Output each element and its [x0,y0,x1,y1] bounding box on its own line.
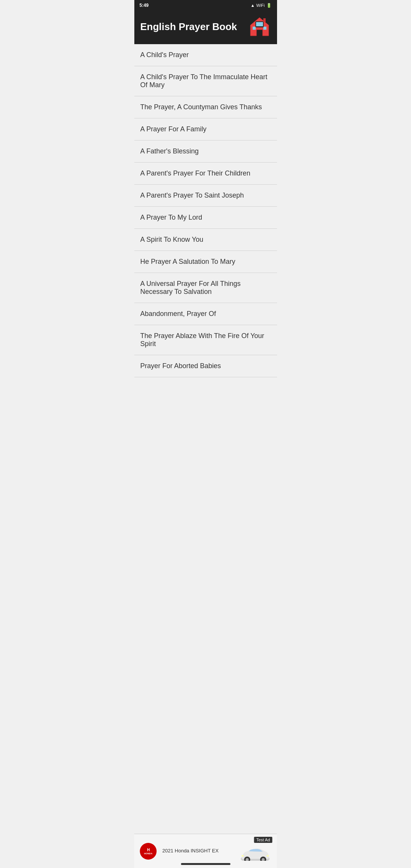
home-icon-container[interactable] [248,15,271,38]
prayer-list-item-11[interactable]: A Universal Prayer For All Things Necess… [134,273,277,303]
prayer-list-item-10[interactable]: He Prayer A Salutation To Mary [134,251,277,273]
prayer-list-item-6[interactable]: A Parent's Prayer For Their Children [134,163,277,185]
battery-icon: 🔋 [266,3,272,8]
prayer-list: A Child's PrayerA Child's Prayer To The … [134,44,277,377]
status-icons: ▲ WiFi 🔋 [251,3,272,8]
svg-rect-6 [263,18,266,22]
prayer-list-item-8[interactable]: A Prayer To My Lord [134,207,277,229]
svg-rect-2 [253,27,256,30]
signal-icon: ▲ [251,3,255,8]
app-title: English Prayer Book [140,21,237,33]
prayer-list-item-13[interactable]: The Prayer Ablaze With The Fire Of Your … [134,325,277,355]
content-area: A Child's PrayerA Child's Prayer To The … [134,44,277,415]
svg-rect-3 [263,27,266,30]
home-icon [249,16,270,37]
prayer-list-item-5[interactable]: A Father's Blessing [134,140,277,163]
prayer-list-item-2[interactable]: A Child's Prayer To The Immaculate Heart… [134,66,277,96]
svg-rect-1 [257,30,262,36]
prayer-list-item-9[interactable]: A Spirit To Know You [134,229,277,251]
prayer-list-item-14[interactable]: Prayer For Aborted Babies [134,355,277,377]
prayer-list-item-4[interactable]: A Prayer For A Family [134,118,277,140]
wifi-icon: WiFi [256,3,265,8]
svg-rect-5 [256,22,263,26]
app-header: English Prayer Book [134,11,277,44]
prayer-list-item-12[interactable]: Abandonment, Prayer Of [134,303,277,325]
status-bar: 5:49 ▲ WiFi 🔋 [134,0,277,11]
status-time: 5:49 [140,3,149,8]
prayer-list-item-1[interactable]: A Child's Prayer [134,44,277,66]
prayer-list-item-3[interactable]: The Prayer, A Countyman Gives Thanks [134,96,277,118]
prayer-list-item-7[interactable]: A Parent's Prayer To Saint Joseph [134,185,277,207]
